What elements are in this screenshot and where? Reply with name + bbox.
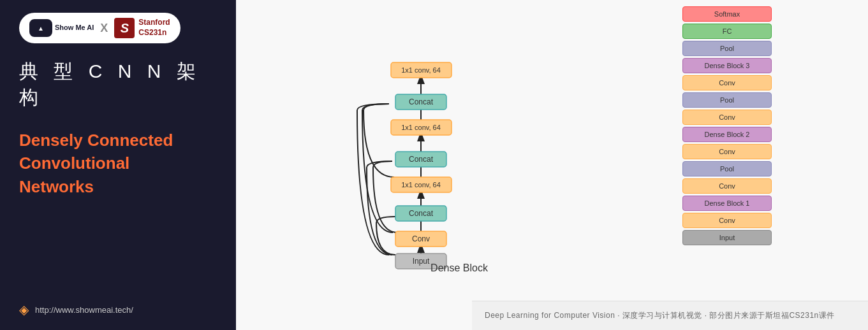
arch-block-11: Dense Block 1 (682, 196, 772, 211)
densely-line2: Convolutional (19, 152, 173, 175)
arch-block-12: Conv (682, 213, 772, 228)
arch-block-5: Pool (682, 92, 772, 108)
arch-block-0: Softmax (682, 6, 772, 22)
svg-text:Concat: Concat (409, 97, 434, 106)
svg-text:Input: Input (413, 257, 430, 266)
svg-text:1x1 conv, 64: 1x1 conv, 64 (401, 66, 441, 74)
stanford-logo: S Stanford CS231n (114, 18, 170, 38)
dense-block-label: Dense Block (430, 262, 488, 274)
arch-block-4: Conv (682, 75, 772, 90)
logo-area: Show Me AI X S Stanford CS231n (19, 13, 180, 43)
url-text: http://www.showmeai.tech/ (35, 305, 133, 315)
arch-block-6: Conv (682, 110, 772, 125)
densely-line1: Densely Connected (19, 129, 173, 152)
densely-line3: Networks (19, 175, 173, 198)
url-icon: ◈ (19, 302, 29, 317)
bottom-bar: Deep Learning for Computer Vision · 深度学习… (472, 301, 868, 330)
arch-block-7: Dense Block 2 (682, 127, 772, 142)
stanford-text: Stanford CS231n (138, 18, 170, 38)
svg-text:1x1 conv, 64: 1x1 conv, 64 (401, 124, 441, 131)
svg-text:Concat: Concat (409, 155, 434, 164)
arch-block-3: Dense Block 3 (682, 58, 772, 73)
svg-text:1x1 conv, 64: 1x1 conv, 64 (401, 181, 441, 189)
main-content: Input Conv Concat 1x1 conv, 64 Concat 1x… (236, 0, 868, 330)
arch-block-8: Conv (682, 144, 772, 159)
arch-block-2: Pool (682, 41, 772, 56)
sidebar: Show Me AI X S Stanford CS231n 典 型 C N N… (0, 0, 236, 330)
dense-block-svg: Input Conv Concat 1x1 conv, 64 Concat 1x… (274, 6, 619, 280)
arch-block-1: FC (682, 24, 772, 39)
svg-text:Conv: Conv (412, 234, 430, 243)
url-area[interactable]: ◈ http://www.showmeai.tech/ (19, 302, 133, 317)
x-separator: X (100, 22, 108, 35)
densely-title: Densely Connected Convolutional Networks (19, 129, 173, 198)
arch-block-10: Conv (682, 178, 772, 194)
showmeai-logo-text: Show Me AI (55, 24, 94, 32)
dense-block-diagram: Input Conv Concat 1x1 conv, 64 Concat 1x… (274, 6, 644, 299)
arch-block-13: Input (682, 230, 772, 245)
arch-block-9: Pool (682, 161, 772, 176)
architecture-panel: SoftmaxFCPoolDense Block 3ConvPoolConvDe… (663, 6, 791, 280)
cnn-title: 典 型 C N N 架 构 (19, 59, 217, 111)
showmeai-logo: Show Me AI (29, 19, 94, 37)
svg-text:Concat: Concat (409, 209, 434, 218)
stanford-s-icon: S (114, 18, 135, 38)
showmeai-logo-icon (29, 19, 52, 37)
bottom-description: Deep Learning for Computer Vision · 深度学习… (485, 310, 835, 321)
